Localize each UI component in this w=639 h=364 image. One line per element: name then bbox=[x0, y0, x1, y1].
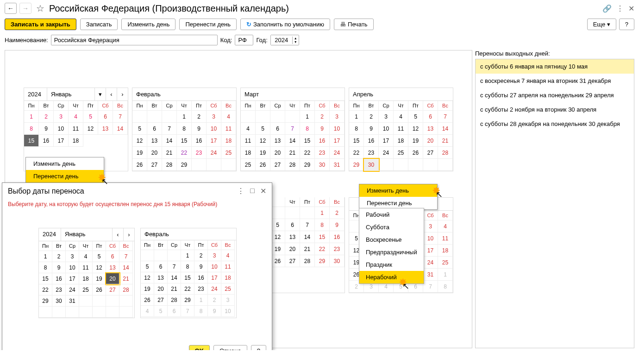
dialog-menu-icon[interactable]: ⋮ bbox=[237, 187, 244, 195]
dialog-title: Выбор даты переноса bbox=[8, 187, 84, 195]
context-menu-apr: Изменить день Перенести день bbox=[359, 184, 438, 210]
transfers-title: Переносы выходных дней: bbox=[475, 50, 634, 57]
page-title: Российская Федерация (Производственный к… bbox=[49, 3, 289, 14]
print-icon: 🖶 bbox=[340, 21, 346, 28]
selected-day-15[interactable]: 15 bbox=[24, 135, 39, 147]
dialog-help-button[interactable]: ? bbox=[251, 345, 266, 350]
selected-day-apr30[interactable]: 30 bbox=[364, 159, 379, 171]
year-spinner[interactable]: ▲▼ bbox=[270, 35, 299, 45]
daytype-submenu: Рабочий Суббота Воскресенье Предпразднич… bbox=[359, 208, 424, 284]
daytype-preholiday[interactable]: Предпраздничный bbox=[359, 246, 424, 258]
toolbar-help-button[interactable]: ? bbox=[619, 19, 634, 30]
transfer-row[interactable]: с субботы 6 января на пятницу 10 мая bbox=[476, 59, 634, 74]
month-next-icon[interactable]: › bbox=[117, 88, 128, 100]
fill-default-button[interactable]: ↻Заполнить по умолчанию bbox=[240, 19, 330, 30]
transfer-date-dialog: Выбор даты переноса ⋮ □ ✕ Выберите дату,… bbox=[2, 182, 272, 350]
dialog-selected-day-20[interactable]: 20 bbox=[106, 273, 119, 284]
ctx-move-day[interactable]: Перенести день bbox=[26, 170, 104, 182]
month-march: Март ПнВтСрЧтПтСбВс 123 45678910 1112131… bbox=[240, 88, 345, 171]
back-button[interactable]: ← bbox=[5, 3, 17, 14]
transfer-row[interactable]: с субботы 2 ноября на вторник 30 апреля bbox=[476, 102, 634, 117]
more-button[interactable]: Еще ▾ bbox=[587, 19, 616, 30]
move-day-button[interactable]: Перенести день bbox=[179, 19, 237, 30]
year-up-icon[interactable]: ▲ bbox=[293, 37, 299, 40]
save-close-button[interactable]: Записать и закрыть bbox=[5, 19, 76, 30]
favorite-star-icon[interactable]: ☆ bbox=[36, 3, 44, 14]
name-label: Наименование: bbox=[5, 37, 48, 44]
dialog-cancel-button[interactable]: Отмена bbox=[213, 345, 247, 350]
transfer-row[interactable]: с субботы 27 апреля на понедельник 29 ап… bbox=[476, 88, 634, 102]
ctx2-change-day[interactable]: Изменить день bbox=[359, 184, 437, 197]
context-menu-jan: Изменить день Перенести день bbox=[25, 157, 104, 183]
daytype-sunday[interactable]: Воскресенье bbox=[359, 233, 424, 246]
daytype-work[interactable]: Рабочий bbox=[359, 208, 424, 221]
dialog-month-february: Февраль ПнВтСрЧтПтСбВс 1234 567891011 12… bbox=[140, 228, 237, 318]
daytype-saturday[interactable]: Суббота bbox=[359, 221, 424, 233]
chevron-down-icon[interactable]: ▾ bbox=[94, 88, 106, 100]
year-down-icon[interactable]: ▼ bbox=[293, 40, 299, 44]
refresh-icon: ↻ bbox=[246, 21, 251, 28]
month-prev-icon[interactable]: ‹ bbox=[106, 88, 117, 100]
year-label: Год: bbox=[256, 37, 267, 44]
dialog-month-next-icon[interactable]: › bbox=[123, 228, 134, 241]
dialog-ok-button[interactable]: OK bbox=[189, 345, 210, 350]
daytype-nonwork[interactable]: Нерабочий bbox=[359, 271, 424, 283]
dialog-message: Выберите дату, на которую будет осуществ… bbox=[2, 199, 272, 209]
ctx2-move-day[interactable]: Перенести день bbox=[359, 197, 437, 209]
ctx-change-day[interactable]: Изменить день bbox=[26, 157, 104, 170]
forward-button[interactable]: → bbox=[19, 3, 31, 14]
month-february: Февраль ПнВтСрЧтПтСбВс 1234 567891011 12… bbox=[132, 88, 237, 171]
print-button[interactable]: 🖶Печать bbox=[334, 19, 374, 30]
dialog-maximize-icon[interactable]: □ bbox=[250, 187, 255, 195]
month-april: Апрель ПнВтСрЧтПтСбВс 1234567 8910111213… bbox=[349, 88, 453, 171]
name-input[interactable] bbox=[51, 35, 218, 45]
code-label: Код: bbox=[220, 37, 232, 44]
daytype-holiday[interactable]: Праздник bbox=[359, 258, 424, 271]
transfers-list[interactable]: с субботы 6 января на пятницу 10 мая с в… bbox=[475, 59, 634, 348]
dialog-close-icon[interactable]: ✕ bbox=[260, 187, 266, 195]
save-button[interactable]: Записать bbox=[80, 19, 118, 30]
change-day-button[interactable]: Изменить день bbox=[121, 19, 175, 30]
dialog-month-january: 2024 Январь ‹ › ПнВтСрЧтПтСбВс 1234567 8… bbox=[38, 228, 135, 318]
code-input[interactable] bbox=[235, 35, 253, 45]
year-input[interactable] bbox=[271, 35, 292, 45]
close-icon[interactable]: ✕ bbox=[628, 4, 634, 13]
kebab-menu-icon[interactable]: ⋮ bbox=[616, 4, 624, 13]
transfer-row[interactable]: с воскресенья 7 января на вторник 31 дек… bbox=[476, 74, 634, 88]
transfer-row[interactable]: с субботы 28 декабря на понедельник 30 д… bbox=[476, 117, 634, 131]
link-icon[interactable]: 🔗 bbox=[602, 4, 612, 13]
dialog-month-prev-icon[interactable]: ‹ bbox=[112, 228, 123, 241]
